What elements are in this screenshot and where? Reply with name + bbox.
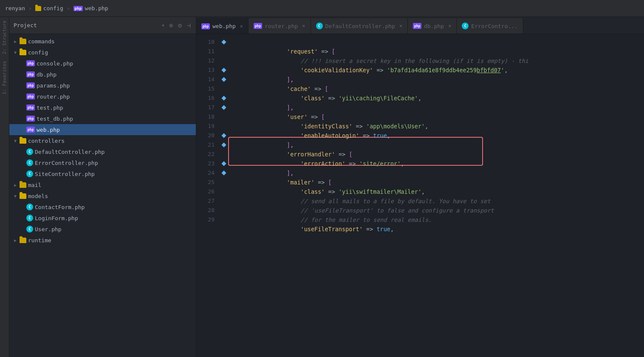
gutter-10 (220, 37, 228, 47)
config-label: config (43, 5, 63, 11)
commands-label: commands (28, 38, 55, 45)
tab-error-controller[interactable]: C ErrorContro... (457, 18, 523, 34)
tab-default-controller[interactable]: C DefaultController.php × (311, 18, 408, 34)
error-controller-label: ErrorController.php (35, 160, 98, 166)
tree-item-config[interactable]: ▼ config (9, 47, 196, 58)
settings-icon[interactable]: ⚙ (177, 21, 183, 30)
code-line-19: 'enableAutoLogin' => true, (232, 122, 644, 131)
tree-item-mail[interactable]: ▶ mail (9, 179, 196, 190)
code-line-27: // 'useFileTransport' to false and confi… (232, 196, 644, 206)
tree-item-console-php[interactable]: php console.php (9, 58, 196, 69)
tree-item-error-controller[interactable]: C ErrorController.php (9, 157, 196, 168)
tab-close-db[interactable]: × (448, 23, 451, 29)
chevron-right-icon: ▶ (13, 39, 18, 44)
runtime-folder-icon (20, 238, 26, 243)
line-num-18: 18 (196, 112, 220, 122)
tree-item-user[interactable]: C User.php (9, 224, 196, 235)
class-icon-contact: C (26, 204, 33, 210)
breadcrumb-webphp: php web.php (73, 5, 108, 11)
tree-item-controllers[interactable]: ▼ controllers (9, 135, 196, 146)
config-folder-icon (20, 50, 26, 55)
class-icon-login: C (26, 215, 33, 221)
gutter-18 (220, 112, 228, 122)
runtime-label: runtime (28, 237, 51, 244)
tree-item-params-php[interactable]: php params.php (9, 80, 196, 91)
class-icon-error: C (26, 159, 33, 166)
tree-item-models[interactable]: ▼ models (9, 190, 196, 201)
class-icon-user: C (26, 226, 33, 232)
collapse-icon[interactable]: ⊣ (186, 21, 192, 30)
code-editor[interactable]: 10 11 12 13 14 15 16 17 18 19 20 21 22 2… (196, 34, 644, 357)
title-bar: renyan › config › php web.php (0, 0, 644, 17)
gutter-26 (220, 187, 228, 196)
sidebar-project-title: Project (14, 22, 158, 28)
renyan-label: renyan (5, 5, 25, 11)
line-numbers: 10 11 12 13 14 15 16 17 18 19 20 21 22 2… (196, 34, 220, 357)
line-num-28: 28 (196, 206, 220, 215)
line-num-17: 17 (196, 103, 220, 112)
tree-item-web-php[interactable]: php web.php (9, 124, 196, 135)
mail-folder-icon (20, 182, 26, 188)
tab-web-php-label: web.php (212, 23, 236, 29)
main-layout: 2: Structure 1: Favorites Project ▾ ⊕ ⚙ … (0, 17, 644, 357)
tree-item-router-php[interactable]: php router.php (9, 91, 196, 102)
site-controller-label: SiteController.php (35, 171, 95, 177)
tab-db-label: db.php (424, 23, 444, 29)
tree-item-test-db-php[interactable]: php test_db.php (9, 113, 196, 124)
php-icon-console: php (26, 60, 35, 66)
tree-item-default-controller[interactable]: C DefaultController.php (9, 146, 196, 157)
user-label: User.php (35, 226, 62, 232)
line-num-19: 19 (196, 122, 220, 131)
tab-close-default[interactable]: × (399, 23, 402, 29)
gutter-25 (220, 178, 228, 187)
code-content[interactable]: 'request' => [ // !!! insert a secret ke… (228, 34, 644, 228)
tree-item-runtime[interactable]: ▶ runtime (9, 235, 196, 246)
console-php-label: console.php (37, 60, 73, 67)
gutter-17 (220, 103, 228, 112)
sidebar: Project ▾ ⊕ ⚙ ⊣ ▶ commands ▼ config (9, 17, 196, 357)
line-num-13: 13 (196, 65, 220, 75)
class-icon-default: C (26, 148, 33, 155)
tree-item-login-form[interactable]: C LoginForm.php (9, 212, 196, 224)
tab-router-php[interactable]: php router.php × (249, 18, 311, 34)
gutter-23 (220, 159, 228, 168)
tab-db-php[interactable]: php db.php × (408, 18, 457, 34)
chevron-down-icon: ▼ (13, 50, 18, 55)
tree-item-contact-form[interactable]: C ContactForm.php (9, 201, 196, 212)
tree-item-site-controller[interactable]: C SiteController.php (9, 168, 196, 179)
code-line-12: 'cookieValidationKey' => 'b7afd1a4da61e8… (232, 56, 644, 65)
chevron-right-icon-runtime: ▶ (13, 238, 18, 243)
left-tab-favorites[interactable]: 1: Favorites (0, 57, 8, 98)
gutter-12 (220, 56, 228, 65)
tab-close-router[interactable]: × (302, 23, 305, 29)
left-tab-strip: 2: Structure 1: Favorites (0, 17, 9, 357)
line-num-24: 24 (196, 168, 220, 178)
left-tab-structure[interactable]: 2: Structure (0, 17, 8, 57)
php-icon-params: php (26, 82, 35, 88)
gutter-21 (220, 140, 228, 150)
tab-close-web[interactable]: × (240, 23, 243, 29)
php-icon-web: php (26, 127, 35, 133)
controllers-label: controllers (28, 138, 65, 144)
code-line-22: 'errorAction' => 'site/error', (232, 150, 644, 159)
line-num-11: 11 (196, 47, 220, 56)
gutter (220, 34, 228, 357)
line-num-27: 27 (196, 196, 220, 206)
models-folder-icon (20, 193, 26, 199)
line-num-16: 16 (196, 94, 220, 103)
tree-item-db-php[interactable]: php db.php (9, 69, 196, 80)
new-file-icon[interactable]: ⊕ (168, 21, 174, 30)
code-line-18: 'identityClass' => 'app\models\User', (232, 112, 644, 122)
gutter-16 (220, 94, 228, 103)
models-label: models (28, 193, 48, 199)
tree-item-test-php[interactable]: php test.php (9, 102, 196, 113)
tab-web-php[interactable]: php web.php × (196, 18, 249, 34)
code-line-25: 'class' => 'yii\swiftmailer\Mailer', (232, 178, 644, 187)
tab-php-icon-db: php (413, 23, 421, 29)
tab-php-icon-router: php (254, 23, 262, 29)
tree-item-commands[interactable]: ▶ commands (9, 36, 196, 47)
dropdown-arrow-icon[interactable]: ▾ (161, 22, 165, 28)
gutter-28 (220, 206, 228, 215)
web-php-label: web.php (37, 127, 60, 133)
gutter-20 (220, 131, 228, 140)
